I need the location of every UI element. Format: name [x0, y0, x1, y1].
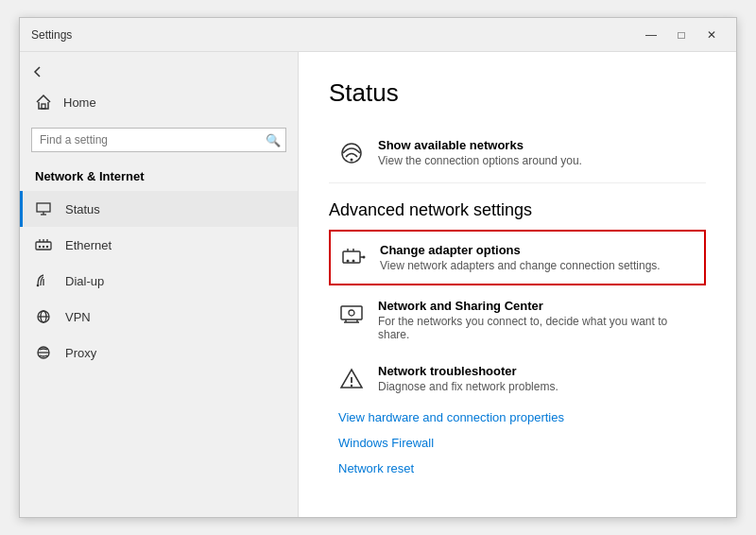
svg-rect-19	[343, 251, 360, 263]
sharing-center-title: Network and Sharing Center	[378, 299, 696, 313]
svg-point-11	[37, 285, 40, 287]
sharing-center-icon	[338, 301, 365, 327]
maximize-button[interactable]: □	[668, 25, 695, 45]
divider	[329, 182, 706, 183]
vpn-icon	[35, 308, 52, 325]
settings-window: Settings — □ ✕	[19, 17, 737, 518]
home-label: Home	[63, 95, 96, 110]
sidebar: Home 🔍 Network & Internet Status	[20, 52, 299, 517]
svg-point-24	[347, 260, 350, 263]
sidebar-item-proxy-label: Proxy	[65, 346, 96, 360]
show-networks-desc: View the connection options around you.	[378, 154, 582, 167]
dialup-icon	[35, 272, 52, 289]
minimize-button[interactable]: —	[638, 25, 664, 45]
title-bar-title: Settings	[31, 28, 72, 42]
advanced-title: Advanced network settings	[329, 200, 706, 220]
troubleshooter-icon	[338, 366, 365, 392]
sidebar-item-ethernet[interactable]: Ethernet	[20, 227, 298, 263]
page-title: Status	[329, 78, 706, 108]
sharing-center-text: Network and Sharing Center For the netwo…	[378, 299, 696, 341]
title-bar: Settings — □ ✕	[20, 18, 736, 52]
sidebar-item-status[interactable]: Status	[20, 191, 298, 227]
sidebar-item-vpn[interactable]: VPN	[20, 299, 298, 335]
windows-firewall-link[interactable]: Windows Firewall	[329, 430, 706, 456]
home-icon	[35, 94, 52, 111]
sidebar-item-ethernet-label: Ethernet	[65, 238, 112, 252]
troubleshooter-text: Network troubleshooter Diagnose and fix …	[378, 364, 558, 393]
svg-point-25	[352, 260, 355, 263]
show-networks-item[interactable]: Show available networks View the connect…	[329, 127, 706, 179]
search-box: 🔍	[31, 128, 286, 152]
sidebar-section-title: Network & Internet	[20, 160, 298, 191]
svg-point-9	[43, 246, 44, 248]
change-adapter-text: Change adapter options View network adap…	[380, 243, 661, 272]
troubleshooter-item[interactable]: Network troubleshooter Diagnose and fix …	[329, 353, 706, 405]
title-bar-controls: — □ ✕	[638, 25, 725, 45]
troubleshooter-desc: Diagnose and fix network problems.	[378, 380, 558, 393]
status-icon	[35, 200, 52, 217]
svg-point-30	[349, 310, 354, 316]
sidebar-item-dialup-label: Dial-up	[65, 274, 104, 288]
sidebar-item-home[interactable]: Home	[20, 84, 298, 120]
change-adapter-title: Change adapter options	[380, 243, 661, 257]
search-input[interactable]	[31, 128, 286, 152]
sidebar-item-dialup[interactable]: Dial-up	[20, 263, 298, 299]
svg-point-10	[46, 246, 48, 248]
back-icon	[31, 65, 44, 78]
close-button[interactable]: ✕	[698, 25, 725, 45]
sidebar-item-status-label: Status	[65, 202, 100, 216]
svg-rect-26	[341, 306, 362, 319]
main-content: Status Show available networks View the …	[299, 52, 736, 517]
change-adapter-item[interactable]: Change adapter options View network adap…	[329, 230, 706, 285]
troubleshooter-title: Network troubleshooter	[378, 364, 558, 378]
sharing-center-desc: For the networks you connect to, decide …	[378, 315, 696, 341]
change-adapter-icon	[340, 245, 367, 271]
show-networks-text: Show available networks View the connect…	[378, 138, 582, 167]
sidebar-item-proxy[interactable]: Proxy	[20, 335, 298, 371]
search-icon: 🔍	[266, 133, 281, 147]
view-hardware-link[interactable]: View hardware and connection properties	[329, 405, 706, 430]
sidebar-item-vpn-label: VPN	[65, 310, 91, 324]
svg-point-8	[39, 246, 41, 248]
svg-point-33	[351, 385, 352, 387]
content-area: Home 🔍 Network & Internet Status	[20, 52, 736, 517]
svg-point-21	[363, 256, 366, 259]
title-bar-left: Settings	[31, 28, 72, 42]
proxy-icon	[35, 344, 52, 361]
show-networks-icon	[338, 140, 365, 166]
change-adapter-desc: View network adapters and change connect…	[380, 259, 661, 272]
svg-point-18	[351, 159, 353, 162]
network-reset-link[interactable]: Network reset	[329, 456, 706, 481]
show-networks-title: Show available networks	[378, 138, 582, 152]
back-button[interactable]	[20, 60, 298, 84]
sharing-center-item[interactable]: Network and Sharing Center For the netwo…	[329, 287, 706, 353]
svg-rect-1	[37, 203, 50, 212]
ethernet-icon	[35, 236, 52, 253]
